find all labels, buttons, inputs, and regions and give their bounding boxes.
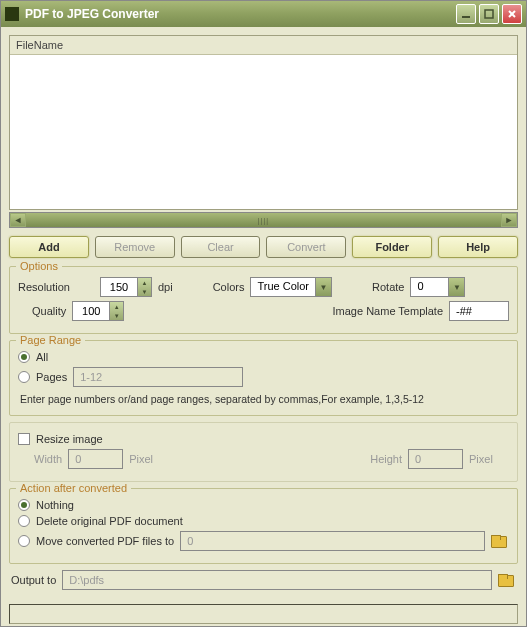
window-title: PDF to JPEG Converter — [25, 7, 456, 21]
remove-button[interactable]: Remove — [95, 236, 175, 258]
action-delete-label: Delete original PDF document — [36, 515, 183, 527]
horizontal-scrollbar[interactable]: ◄ |||| ► — [9, 212, 518, 228]
width-label: Width — [34, 453, 62, 465]
file-list-panel: FileName — [9, 35, 518, 210]
help-button[interactable]: Help — [438, 236, 518, 258]
height-input — [408, 449, 463, 469]
clear-button[interactable]: Clear — [181, 236, 261, 258]
width-unit: Pixel — [129, 453, 153, 465]
quality-input[interactable]: ▲▼ — [72, 301, 124, 321]
folder-button[interactable]: Folder — [352, 236, 432, 258]
pagerange-pages-label: Pages — [36, 371, 67, 383]
pagerange-all-radio[interactable] — [18, 351, 30, 363]
resolution-spinner[interactable]: ▲▼ — [137, 278, 151, 296]
rotate-label: Rotate — [372, 281, 404, 293]
svg-rect-1 — [485, 10, 493, 18]
height-unit: Pixel — [469, 453, 509, 465]
status-bar — [9, 604, 518, 624]
scroll-track[interactable]: |||| — [26, 213, 501, 227]
output-browse-icon[interactable] — [498, 573, 516, 587]
resize-checkbox[interactable] — [18, 433, 30, 445]
action-move-label: Move converted PDF files to — [36, 535, 174, 547]
output-label: Output to — [11, 574, 56, 586]
resize-label: Resize image — [36, 433, 103, 445]
resolution-label: Resolution — [18, 281, 70, 293]
pagerange-title: Page Range — [16, 334, 85, 346]
pagerange-all-label: All — [36, 351, 48, 363]
close-button[interactable] — [502, 4, 522, 24]
svg-rect-0 — [462, 16, 470, 18]
template-input[interactable] — [449, 301, 509, 321]
rotate-select[interactable]: 0 ▼ — [410, 277, 465, 297]
output-path-input[interactable] — [62, 570, 492, 590]
quality-label: Quality — [32, 305, 66, 317]
resolution-unit: dpi — [158, 281, 173, 293]
action-title: Action after converted — [16, 482, 131, 494]
options-group: Options Resolution ▲▼ dpi Colors True Co… — [9, 266, 518, 334]
quality-field[interactable] — [73, 302, 109, 320]
height-label: Height — [370, 453, 402, 465]
template-label: Image Name Template — [333, 305, 443, 317]
action-move-input[interactable] — [180, 531, 485, 551]
chevron-down-icon[interactable]: ▼ — [448, 278, 464, 296]
pagerange-group: Page Range All Pages Enter page numbers … — [9, 340, 518, 416]
action-group: Action after converted Nothing Delete or… — [9, 488, 518, 564]
file-list[interactable] — [10, 55, 517, 209]
scroll-left-button[interactable]: ◄ — [10, 213, 26, 227]
rotate-value: 0 — [411, 278, 448, 296]
file-list-header[interactable]: FileName — [10, 36, 517, 55]
pagerange-pages-radio[interactable] — [18, 371, 30, 383]
action-nothing-label: Nothing — [36, 499, 74, 511]
browse-folder-icon[interactable] — [491, 534, 509, 548]
resolution-input[interactable]: ▲▼ — [100, 277, 152, 297]
titlebar[interactable]: PDF to JPEG Converter — [1, 1, 526, 27]
action-move-radio[interactable] — [18, 535, 30, 547]
add-button[interactable]: Add — [9, 236, 89, 258]
scroll-right-button[interactable]: ► — [501, 213, 517, 227]
app-window: PDF to JPEG Converter FileName ◄ |||| ► … — [0, 0, 527, 627]
action-nothing-radio[interactable] — [18, 499, 30, 511]
resolution-field[interactable] — [101, 278, 137, 296]
convert-button[interactable]: Convert — [266, 236, 346, 258]
colors-label: Colors — [213, 281, 245, 293]
app-icon — [5, 7, 19, 21]
pagerange-pages-input[interactable] — [73, 367, 243, 387]
resize-group: Resize image Width Pixel Height Pixel — [9, 422, 518, 482]
maximize-button[interactable] — [479, 4, 499, 24]
pagerange-hint: Enter page numbers or/and page ranges, s… — [20, 393, 507, 405]
chevron-down-icon[interactable]: ▼ — [315, 278, 331, 296]
colors-select[interactable]: True Color ▼ — [250, 277, 332, 297]
quality-spinner[interactable]: ▲▼ — [109, 302, 123, 320]
minimize-button[interactable] — [456, 4, 476, 24]
colors-value: True Color — [251, 278, 315, 296]
action-delete-radio[interactable] — [18, 515, 30, 527]
width-input — [68, 449, 123, 469]
options-title: Options — [16, 260, 62, 272]
